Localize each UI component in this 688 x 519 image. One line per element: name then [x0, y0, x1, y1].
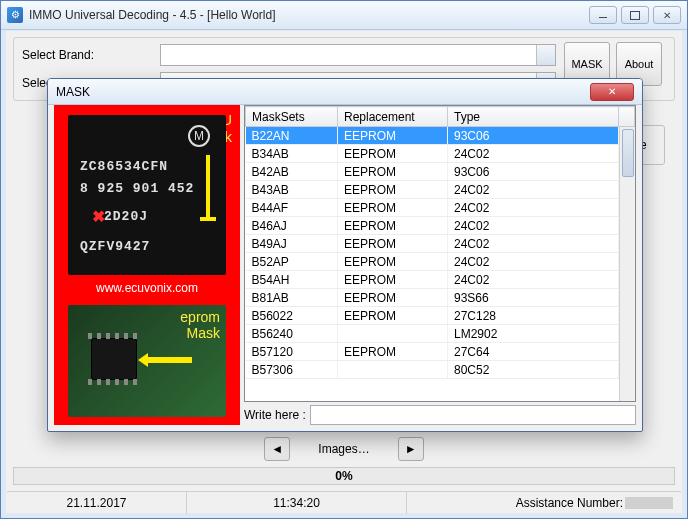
mcu-chip: M ZC86534CFN 8 925 901 452 ✖ 2D20J QZFV9… — [68, 115, 226, 275]
chip-text: 8 925 901 452 — [80, 181, 194, 196]
progress-bar: 0% — [13, 467, 675, 485]
table-row[interactable]: B43ABEEPROM24C02 — [246, 181, 635, 199]
cell: LM2902 — [448, 325, 619, 343]
cell: EEPROM — [338, 271, 448, 289]
cell: 24C02 — [448, 145, 619, 163]
cell: EEPROM — [338, 181, 448, 199]
cell: 93C06 — [448, 163, 619, 181]
cell: EEPROM — [338, 235, 448, 253]
cell — [338, 361, 448, 379]
cell: B54AH — [246, 271, 338, 289]
cell: B22AN — [246, 127, 338, 145]
cell: B42AB — [246, 163, 338, 181]
motorola-logo-icon: M — [188, 125, 210, 147]
table-row[interactable]: B42ABEEPROM93C06 — [246, 163, 635, 181]
url-label: www.ecuvonix.com — [54, 281, 240, 299]
select-brand-combo[interactable] — [160, 44, 556, 66]
cell: B56240 — [246, 325, 338, 343]
cell: EEPROM — [338, 253, 448, 271]
cell: EEPROM — [338, 127, 448, 145]
col-masksets[interactable]: MaskSets — [246, 107, 338, 127]
cell: 24C02 — [448, 217, 619, 235]
close-button[interactable] — [653, 6, 681, 24]
arrow-icon — [206, 155, 210, 219]
col-spacer — [619, 107, 635, 127]
cell: EEPROM — [338, 343, 448, 361]
cell: B43AB — [246, 181, 338, 199]
cell: 93S66 — [448, 289, 619, 307]
image-prev-button[interactable]: ◄ — [264, 437, 290, 461]
cell: 24C02 — [448, 253, 619, 271]
write-here-label: Write here : — [244, 408, 306, 422]
redacted-value — [625, 497, 673, 509]
status-assistance: Assistance Number: — [407, 492, 681, 514]
cell: B57120 — [246, 343, 338, 361]
cell: B44AF — [246, 199, 338, 217]
table-row[interactable]: B54AHEEPROM24C02 — [246, 271, 635, 289]
eprom-chip-icon — [92, 339, 136, 379]
dialog-titlebar[interactable]: MASK ✕ — [48, 79, 642, 105]
cell: B49AJ — [246, 235, 338, 253]
table-row[interactable]: B46AJEEPROM24C02 — [246, 217, 635, 235]
cell: 24C02 — [448, 199, 619, 217]
eprom-board: eprom Mask — [68, 305, 226, 417]
col-type[interactable]: Type — [448, 107, 619, 127]
table-row[interactable]: B22ANEEPROM93C06 — [246, 127, 635, 145]
left-arrow-icon: ◄ — [271, 442, 283, 456]
eprom-mask-label: eprom Mask — [180, 309, 220, 341]
table-row[interactable]: B56240LM2902 — [246, 325, 635, 343]
cell: B81AB — [246, 289, 338, 307]
table-row[interactable]: B56022EEPROM27C128 — [246, 307, 635, 325]
scrollbar-thumb[interactable] — [622, 129, 634, 177]
cell: B46AJ — [246, 217, 338, 235]
minimize-button[interactable] — [589, 6, 617, 24]
cell: EEPROM — [338, 145, 448, 163]
cell: 27C128 — [448, 307, 619, 325]
mask-dialog: MASK ✕ MCU Mask M ZC86534CFN 8 925 901 4… — [47, 78, 643, 432]
arrow-icon — [146, 357, 192, 363]
cell: 80C52 — [448, 361, 619, 379]
mask-image: MCU Mask M ZC86534CFN 8 925 901 452 ✖ 2D… — [54, 105, 240, 425]
cell: EEPROM — [338, 289, 448, 307]
dialog-close-button[interactable]: ✕ — [590, 83, 634, 101]
status-bar: 21.11.2017 11:34:20 Assistance Number: — [7, 491, 681, 513]
cell: B52AP — [246, 253, 338, 271]
table-row[interactable]: B44AFEEPROM24C02 — [246, 199, 635, 217]
table-row[interactable]: B81ABEEPROM93S66 — [246, 289, 635, 307]
maximize-button[interactable] — [621, 6, 649, 24]
write-here-input[interactable] — [310, 405, 636, 425]
cell: B56022 — [246, 307, 338, 325]
mask-table[interactable]: MaskSets Replacement Type B22ANEEPROM93C… — [244, 105, 636, 402]
cell: 24C02 — [448, 235, 619, 253]
status-date: 21.11.2017 — [7, 492, 187, 514]
status-time: 11:34:20 — [187, 492, 407, 514]
vertical-scrollbar[interactable] — [619, 127, 635, 401]
table-row[interactable]: B57120EEPROM27C64 — [246, 343, 635, 361]
table-row[interactable]: B5730680C52 — [246, 361, 635, 379]
select-brand-label: Select Brand: — [22, 48, 152, 62]
titlebar[interactable]: IMMO Universal Decoding - 4.5 - [Hello W… — [1, 1, 687, 30]
image-next-button[interactable]: ► — [398, 437, 424, 461]
table-row[interactable]: B52APEEPROM24C02 — [246, 253, 635, 271]
cell: 27C64 — [448, 343, 619, 361]
app-icon — [7, 7, 23, 23]
chevron-down-icon — [542, 53, 550, 58]
chip-text: ZC86534CFN — [80, 159, 168, 174]
cell: EEPROM — [338, 217, 448, 235]
window-title: IMMO Universal Decoding - 4.5 - [Hello W… — [29, 8, 276, 22]
cell: B57306 — [246, 361, 338, 379]
table-row[interactable]: B49AJEEPROM24C02 — [246, 235, 635, 253]
cell — [338, 325, 448, 343]
col-replacement[interactable]: Replacement — [338, 107, 448, 127]
cell: EEPROM — [338, 307, 448, 325]
cell: 24C02 — [448, 181, 619, 199]
chip-text: QZFV9427 — [80, 239, 150, 254]
cell: EEPROM — [338, 199, 448, 217]
right-arrow-icon: ► — [405, 442, 417, 456]
images-label: Images… — [294, 442, 393, 456]
table-row[interactable]: B34ABEEPROM24C02 — [246, 145, 635, 163]
chip-text: 2D20J — [104, 209, 148, 224]
dialog-title: MASK — [56, 85, 90, 99]
cell: 24C02 — [448, 271, 619, 289]
app-window: IMMO Universal Decoding - 4.5 - [Hello W… — [0, 0, 688, 519]
